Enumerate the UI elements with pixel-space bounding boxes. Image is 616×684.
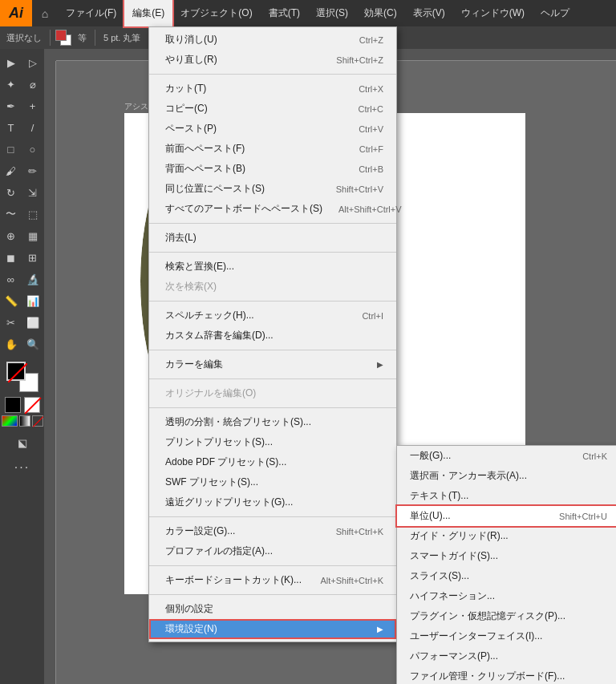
menu-file[interactable]: ファイル(F) xyxy=(58,0,124,26)
type-tool[interactable]: T xyxy=(0,117,22,138)
menu-view[interactable]: 表示(V) xyxy=(405,0,453,26)
pref-text[interactable]: テキスト(T)... xyxy=(397,486,616,506)
tool-row-10: ◼ ⊞ xyxy=(0,247,44,268)
pref-performance[interactable]: パフォーマンス(P)... xyxy=(397,646,616,666)
pref-selection-anchor[interactable]: 選択画・アンカー表示(A)... xyxy=(397,466,616,486)
free-transform-tool[interactable]: ⬚ xyxy=(22,204,43,225)
menu-object[interactable]: オブジェクト(O) xyxy=(172,0,260,26)
edit-menu-section-7: オリジナルを編集(O) xyxy=(149,381,396,406)
menu-cut[interactable]: カット(T) Ctrl+X xyxy=(149,79,396,99)
menu-edit-original: オリジナルを編集(O) xyxy=(149,383,396,403)
artboard-tool[interactable]: ⬕ xyxy=(2,432,43,453)
edit-menu-section-1: 取り消し(U) Ctrl+Z やり直し(R) Shift+Ctrl+Z xyxy=(149,27,396,72)
ellipse-tool[interactable]: ○ xyxy=(22,139,43,160)
pref-slices[interactable]: スライス(S)... xyxy=(397,566,616,586)
gradient-mode[interactable] xyxy=(19,415,30,427)
hand-tool[interactable]: ✋ xyxy=(0,334,22,354)
gradient-tool[interactable]: ◼ xyxy=(0,247,22,268)
menu-color-settings[interactable]: カラー設定(G)... Shift+Ctrl+K xyxy=(149,521,396,541)
warp-tool[interactable]: 〜 xyxy=(0,204,22,225)
selection-tool[interactable]: ▶ xyxy=(0,52,22,73)
tool-row-12: 📏 📊 xyxy=(0,290,44,311)
menu-paste-back[interactable]: 背面へペースト(B) Ctrl+B xyxy=(149,159,396,179)
menu-profile[interactable]: プロファイルの指定(A)... xyxy=(149,541,396,561)
menu-type[interactable]: 書式(T) xyxy=(261,0,308,26)
menu-redo[interactable]: やり直し(R) Shift+Ctrl+Z xyxy=(149,50,396,70)
edit-menu-section-8: 透明の分割・統合プリセット(S)... プリントプリセット(S)... Adob… xyxy=(149,410,396,515)
menu-transparency-preset[interactable]: 透明の分割・統合プリセット(S)... xyxy=(149,412,396,432)
pref-plugins[interactable]: プラグイン・仮想記憶ディスク(P)... xyxy=(397,606,616,626)
tool-row-7: ↻ ⇲ xyxy=(0,182,44,203)
more-tools[interactable]: ··· xyxy=(2,457,43,478)
tool-row-2: ✦ ⌀ xyxy=(0,74,44,95)
menu-perspective-preset[interactable]: 遠近グリッドプリセット(G)... xyxy=(149,492,396,512)
pen-label: 5 pt. 丸筆 xyxy=(100,32,144,44)
color-boxes xyxy=(6,362,38,392)
menu-edit[interactable]: 編集(E) xyxy=(124,0,172,26)
line-tool[interactable]: / xyxy=(22,117,43,138)
pen-tool[interactable]: ✒ xyxy=(0,95,22,116)
menu-print-preset[interactable]: プリントプリセット(S)... xyxy=(149,432,396,452)
color-mode[interactable] xyxy=(2,415,18,427)
menu-paste-allboards[interactable]: すべてのアートボードへペースト(S) Alt+Shift+Ctrl+V xyxy=(149,199,396,219)
none-mode[interactable] xyxy=(32,415,43,427)
bar-chart-tool[interactable]: 📊 xyxy=(22,290,43,311)
zoom-tool[interactable]: 🔍 xyxy=(22,334,43,354)
pref-file-clipboard[interactable]: ファイル管理・クリップボード(F)... xyxy=(397,666,616,684)
rect-tool[interactable]: □ xyxy=(0,139,22,160)
menu-effect[interactable]: 効果(C) xyxy=(356,0,405,26)
menu-custom-dict[interactable]: カスタム辞書を編集(D)... xyxy=(149,326,396,346)
menu-paste[interactable]: ペースト(P) Ctrl+V xyxy=(149,119,396,139)
foreground-color[interactable] xyxy=(6,362,26,381)
mesh-tool[interactable]: ⊞ xyxy=(22,247,43,268)
ruler-left xyxy=(44,61,56,684)
artboard-btn[interactable]: ⬕ xyxy=(2,432,43,453)
menu-window[interactable]: ウィンドウ(W) xyxy=(453,0,533,26)
symbol-tool[interactable]: ⊕ xyxy=(0,225,22,246)
add-anchor-tool[interactable]: + xyxy=(22,95,43,116)
divider-2 xyxy=(149,223,396,224)
stroke-color[interactable] xyxy=(24,397,40,413)
menu-individual-settings[interactable]: 個別の設定 xyxy=(149,599,396,619)
rotate-tool[interactable]: ↻ xyxy=(0,182,22,203)
pref-smart-guides[interactable]: スマートガイド(S)... xyxy=(397,546,616,566)
pref-hyphenation[interactable]: ハイフネーション... xyxy=(397,586,616,606)
divider-6 xyxy=(149,378,396,379)
menu-spell-check[interactable]: スペルチェック(H)... Ctrl+I xyxy=(149,306,396,326)
home-button[interactable]: ⌂ xyxy=(32,0,58,26)
menu-swf-preset[interactable]: SWF プリセット(S)... xyxy=(149,472,396,492)
fill-color[interactable] xyxy=(5,397,21,413)
brush-tool[interactable]: 🖌 xyxy=(0,160,22,181)
direct-selection-tool[interactable]: ▷ xyxy=(22,52,43,73)
menu-edit-colors[interactable]: カラーを編集 ▶ xyxy=(149,354,396,374)
pref-guide-grid[interactable]: ガイド・グリッド(R)... xyxy=(397,526,616,546)
toolbox: ▶ ▷ ✦ ⌀ ✒ + T / □ ○ 🖌 ✏ ↻ ⇲ 〜 ⬚ ⊕ ▦ ◼ ⊞ … xyxy=(0,49,44,684)
blend-tool[interactable]: ∞ xyxy=(0,269,22,289)
edit-menu-dropdown: 取り消し(U) Ctrl+Z やり直し(R) Shift+Ctrl+Z カット(… xyxy=(148,26,397,642)
divider-7 xyxy=(149,407,396,408)
pref-units[interactable]: 単位(U)... Shift+Ctrl+U xyxy=(397,506,616,526)
measure-tool[interactable]: 📏 xyxy=(0,290,22,311)
pref-general[interactable]: 一般(G)... Ctrl+K xyxy=(397,446,616,466)
magic-wand-tool[interactable]: ✦ xyxy=(0,74,22,95)
menu-undo[interactable]: 取り消し(U) Ctrl+Z xyxy=(149,30,396,50)
menu-paste-front[interactable]: 前面へペースト(F) Ctrl+F xyxy=(149,139,396,159)
menu-copy[interactable]: コピー(C) Ctrl+C xyxy=(149,99,396,119)
menu-pdf-preset[interactable]: Adobe PDF プリセット(S)... xyxy=(149,452,396,472)
scale-tool[interactable]: ⇲ xyxy=(22,182,43,203)
menu-find-replace[interactable]: 検索と置換(E)... xyxy=(149,257,396,277)
eyedropper-tool[interactable]: 🔬 xyxy=(22,269,43,289)
column-tool[interactable]: ▦ xyxy=(22,225,43,246)
more-tools-btn[interactable]: ··· xyxy=(2,457,43,478)
menu-paste-inplace[interactable]: 同じ位置にペースト(S) Shift+Ctrl+V xyxy=(149,179,396,199)
menu-preferences[interactable]: 環境設定(N) ▶ xyxy=(149,619,396,639)
menu-select[interactable]: 選択(S) xyxy=(308,0,356,26)
menu-keyboard-shortcuts[interactable]: キーボードショートカット(K)... Alt+Shift+Ctrl+K xyxy=(149,570,396,590)
pref-ui[interactable]: ユーザーインターフェイス(I)... xyxy=(397,626,616,646)
menu-clear[interactable]: 消去(L) xyxy=(149,228,396,248)
pencil-tool[interactable]: ✏ xyxy=(22,160,43,181)
lasso-tool[interactable]: ⌀ xyxy=(22,74,43,95)
menu-help[interactable]: ヘルプ xyxy=(533,0,578,26)
slice-tool[interactable]: ✂ xyxy=(0,312,22,333)
eraser-tool[interactable]: ⬜ xyxy=(22,312,43,333)
